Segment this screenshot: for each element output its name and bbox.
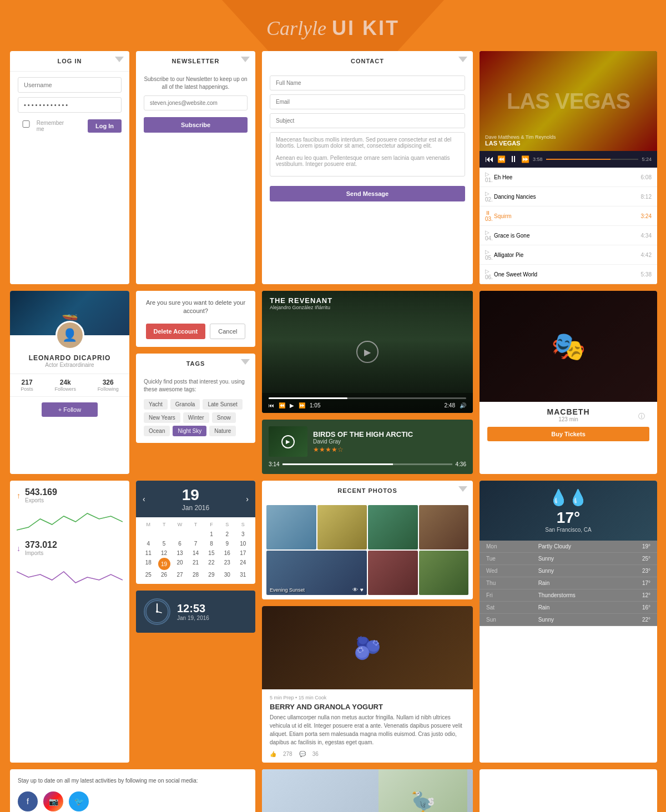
track-name: One Sweet World [494,271,641,278]
track-5[interactable]: ▷ 05. Alligator Pie 4:42 [480,245,657,265]
birds-author: David Gray [313,438,413,445]
photo-7[interactable] [419,551,469,595]
track-name: Alligator Pie [494,252,641,258]
photo-5[interactable]: Evening Sunset 👁 ♥ [266,551,367,595]
photo-heart-icon[interactable]: ♥ [360,587,364,593]
tags-card: TAGS Quickly find posts that interest yo… [136,354,255,443]
photo-1[interactable] [266,505,316,549]
cal-prev-button[interactable]: ‹ [143,495,145,503]
birds-time-total: 4:36 [456,461,466,467]
birds-progress-bar[interactable] [282,463,452,465]
newsletter-email-input[interactable] [144,95,248,110]
food-image: 🫐 [262,606,473,689]
password-input[interactable] [18,97,122,113]
food-like-icon[interactable]: 👍 [270,751,276,757]
macbeth-title: MACBETH [487,407,649,416]
track-name: Dancing Nancies [494,194,641,200]
music-rewind-icon[interactable]: ⏪ [497,155,506,163]
track-3-active[interactable]: ⏸ 03. Squirm 3:24 [480,206,657,226]
calendar-card: ‹ 19 Jan 2016 › MTWTFSS 1 2 3 [136,481,255,584]
tag-ocean[interactable]: Ocean [144,426,170,436]
profile-title: Actor Extraordinaire [10,362,129,368]
tag-night-sky[interactable]: Night Sky [173,426,206,436]
tag-late-sunset[interactable]: Late Sunset [203,399,242,410]
login-button[interactable]: Log In [88,119,122,133]
subscribe-button[interactable]: Subscribe [144,117,248,133]
cal-next-button[interactable]: › [246,495,249,503]
video-progress-fill [269,397,347,399]
birds-play-button[interactable]: ▶ [281,435,295,448]
tag-granola[interactable]: Granola [170,399,200,410]
delete-account-button[interactable]: Delete Account [146,324,206,339]
newsletter-body: Subscribe to our Newsletter to keep up o… [136,71,255,139]
weather-location: San Francisco, CA [487,527,649,533]
photo-4[interactable] [419,505,469,549]
track-2[interactable]: ▷ 02. Dancing Nancies 8:12 [480,187,657,206]
send-message-button[interactable]: Send Message [270,186,465,201]
imports-label: Imports [25,550,57,556]
twitter-icon[interactable]: 🐦 [69,791,89,811]
facebook-icon[interactable]: f [18,791,38,811]
remember-checkbox[interactable] [18,120,34,128]
imports-row: ↓ 373.012 Imports [17,540,123,556]
remember-label[interactable]: Remember me [18,120,64,132]
username-input[interactable] [18,77,122,93]
video-progress-bar[interactable] [269,397,466,399]
cancel-button[interactable]: Cancel [210,324,245,339]
video-player: ▶ THE REVENANT Alejandro González Iñárri… [262,291,473,413]
birds-title: BIRDS OF THE HIGH ARCTIC [313,430,413,438]
cal-days: 1 2 3 4 5 6 7 8 9 10 11 12 13 14 15 16 1 [140,529,251,579]
message-textarea[interactable]: Maecenas faucibus mollis interdum. Sed p… [270,132,465,176]
buy-tickets-button[interactable]: Buy Tickets [487,427,649,441]
imports-chart [17,561,123,588]
photo-eye-icon[interactable]: 👁 [352,587,358,593]
volume-icon[interactable]: 🔊 [460,402,466,408]
contact-email-input[interactable] [270,94,465,109]
music-play-icon[interactable]: ⏸ [509,154,518,164]
tag-nature[interactable]: Nature [209,426,236,436]
tag-snow[interactable]: Snow [212,412,236,423]
clock-display: 12:53 Jan 19, 2016 [177,602,209,621]
photo-3[interactable] [368,505,418,549]
col-2-stack: Are you sure you want to delete your acc… [136,291,255,474]
tag-new-years[interactable]: New Years [144,412,180,423]
track-1[interactable]: ▷ 01. Eh Hee 6:08 [480,168,657,187]
photo-2[interactable] [317,505,367,549]
music-time-current: 3:58 [533,157,543,162]
weather-fri: Fri Thunderstorms 12° [480,589,657,602]
track-duration: 6:08 [641,174,652,180]
track-num: ▷ 06. [485,268,494,280]
weather-main: 💧💧 17° San Francisco, CA [480,481,657,541]
posts-label: Posts [21,386,33,392]
track-name: Grace is Gone [494,233,641,239]
music-track-list: ▷ 01. Eh Hee 6:08 ▷ 02. Dancing Nancies … [480,168,657,284]
tags-description: Quickly find posts that interest you. us… [144,378,248,394]
cal-today[interactable]: 19 [158,558,170,570]
music-progress-bar[interactable] [546,159,639,160]
weather-thu: Thu Rain 17° [480,577,657,589]
fullname-input[interactable] [270,75,465,90]
social-description: Stay up to date on all my latest activit… [18,777,248,785]
macbeth-info: ⓘ MACBETH 123 min Buy Tickets [480,402,657,447]
follow-button[interactable]: + Follow [42,402,98,417]
track-4[interactable]: ▷ 04. Grace is Gone 4:34 [480,226,657,245]
bird-image-icon: 🦤 [411,791,436,812]
food-content: 5 min Prep • 15 min Cook BERRY AND GRANO… [262,689,473,763]
video-forward-icon[interactable]: ⏩ [299,402,305,408]
music-prev-icon[interactable]: ⏮ [485,154,494,164]
food-comment-icon[interactable]: 💬 [299,751,306,757]
track-6[interactable]: ▷ 06. One Sweet World 5:38 [480,265,657,284]
instagram-icon[interactable]: 📷 [43,791,63,811]
tag-winter[interactable]: Winter [183,412,209,423]
video-rewind-icon[interactable]: ⏮ [269,402,274,408]
weather-sat: Sat Rain 16° [480,602,657,614]
subject-input[interactable] [270,113,465,128]
music-forward-icon[interactable]: ⏩ [521,155,529,163]
weather-tue: Tue Sunny 25° [480,553,657,565]
info-icon[interactable]: ⓘ [638,412,645,421]
photo-6[interactable] [368,551,418,595]
video-play-icon-sm[interactable]: ▶ [290,402,294,408]
tag-yacht[interactable]: Yacht [144,399,168,410]
video-back-icon[interactable]: ⏪ [279,402,285,408]
posts-count: 217 [21,379,33,386]
